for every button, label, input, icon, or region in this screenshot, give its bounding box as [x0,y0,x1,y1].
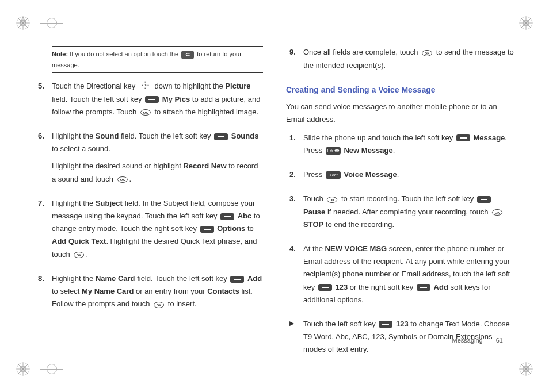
back-key-icon [181,51,194,59]
ok-key-icon: OK [421,47,433,59]
note-label: Note: [52,51,68,57]
bold-text: Pause [303,207,325,216]
softkey-icon [318,284,332,291]
bold-text: Options [217,224,245,233]
directional-key-icon: ▪▪ OK ▪▪ [139,80,151,93]
bold-text: Add [434,283,448,291]
instruction-step: 7.Highlight the Subject field. In the Su… [35,197,263,266]
step-body: At the NEW VOICE MSG screen, enter the p… [303,243,514,310]
bold-text: My Name Card [82,287,134,295]
svg-text:OK: OK [77,253,82,257]
note-box: Note: If you do not select an option tou… [52,46,263,73]
section-heading: Creating and Sending a Voice Message [286,83,514,97]
bold-text: Voice Message [344,170,396,179]
bold-text: Add Quick Text [52,237,106,245]
registration-mark-icon [40,11,63,34]
step-number: 1. [286,132,303,162]
keypad-3-icon: 3 def [326,171,341,179]
step-paragraph: Once all fields are complete, touch OK t… [303,46,514,72]
ornament-icon [14,360,32,378]
instruction-step: 3.Touch OK to start recording. Touch the… [286,193,514,236]
bold-text: Message [473,133,505,142]
bold-text: Sound [96,132,119,140]
footer-page-number: 61 [496,337,503,344]
ornament-icon [14,14,32,32]
bold-text: Contacts [207,287,239,295]
softkey-icon [417,284,430,291]
step-number: 3. [286,193,303,236]
bold-text: Picture [225,82,250,90]
step-paragraph: Highlight the desired sound or highlight… [52,160,263,186]
ok-key-icon: OK [140,106,151,118]
step-paragraph: Highlight the Subject field. In the Subj… [52,197,263,261]
bold-text: Name Card [96,274,135,283]
bold-text: 123 [335,283,348,291]
ok-key-icon: OK [117,173,128,186]
ok-key-icon: OK [491,206,503,218]
step-body: Press 3 def Voice Message. [303,168,514,186]
softkey-icon [456,134,470,141]
step-number: 5. [35,80,52,123]
step-number: 4. [286,243,303,310]
step-paragraph: Press 3 def Voice Message. [303,168,514,181]
bold-text: Add [247,274,262,283]
registration-mark-icon [40,358,63,381]
step-body: Highlight the Subject field. In the Subj… [52,197,263,266]
step-number: 6. [35,130,52,190]
bold-text: NEW VOICE MSG [325,244,387,253]
step-number: 2. [286,168,303,186]
svg-text:OK: OK [143,111,148,114]
svg-line-6 [23,17,26,23]
step-body: Slide the phone up and touch the left so… [303,132,514,162]
bold-text: 123 [396,320,409,328]
bold-text: Abc [238,212,252,220]
step-paragraph: At the NEW VOICE MSG screen, enter the p… [303,243,514,306]
svg-line-5 [20,17,23,23]
right-column: 9.Once all fields are complete, touch OK… [286,46,514,362]
instruction-step: 4.At the NEW VOICE MSG screen, enter the… [286,243,514,310]
softkey-icon [230,276,244,283]
bold-text: Record New [183,162,226,170]
step-number: 8. [35,272,52,316]
bold-text: Sounds [231,132,259,140]
ok-key-icon: OK [153,298,165,311]
softkey-icon [145,96,159,103]
bold-text: Subject [96,199,123,207]
step-body: Touch the Directional key ▪▪ OK ▪▪ down … [52,80,263,123]
step-body: Highlight the Name Card field. Touch the… [52,272,263,316]
step-paragraph: Slide the phone up and touch the left so… [303,132,514,157]
ok-key-icon: OK [73,248,85,261]
step-paragraph: Highlight the Sound field. Touch the lef… [52,130,263,155]
svg-text:OK: OK [120,178,125,182]
step-paragraph: Touch the Directional key ▪▪ OK ▪▪ down … [52,80,263,118]
ok-key-icon: OK [326,193,338,205]
instruction-step: 1.Slide the phone up and touch the left … [286,132,514,162]
bold-text: New Message [344,146,392,155]
step-body: Once all fields are complete, touch OK t… [303,46,514,76]
step-body: Touch OK to start recording. Touch the l… [303,193,514,236]
step-body: Highlight the Sound field. Touch the lef… [52,130,263,190]
svg-text:OK: OK [425,52,430,55]
bold-text: STOP [303,220,323,229]
step-number: 9. [286,46,303,76]
step-paragraph: Touch OK to start recording. Touch the l… [303,193,514,231]
instruction-step: 8.Highlight the Name Card field. Touch t… [35,272,263,316]
bold-text: My Pics [162,95,190,103]
softkey-icon [200,226,214,233]
note-text-before: If you do not select an option touch the [68,51,180,57]
footer-section: Messaging [452,337,482,344]
ornament-icon [517,14,535,32]
softkey-icon [379,321,392,328]
softkey-icon [214,133,228,140]
section-intro: You can send voice messages to another m… [286,101,514,126]
ornament-icon [517,360,535,378]
instruction-step: 9.Once all fields are complete, touch OK… [286,46,514,76]
bullet-marker-icon: ▶ [286,318,303,356]
keypad-1-icon: 1 ⊕ ☎ [326,147,341,155]
step-paragraph: Highlight the Name Card field. Touch the… [52,272,263,311]
page-footer: Messaging 61 [452,335,503,346]
left-column: Note: If you do not select an option tou… [35,46,263,362]
step-number: 7. [35,197,52,266]
instruction-step: 5.Touch the Directional key ▪▪ OK ▪▪ dow… [35,80,263,123]
softkey-icon [220,213,234,220]
